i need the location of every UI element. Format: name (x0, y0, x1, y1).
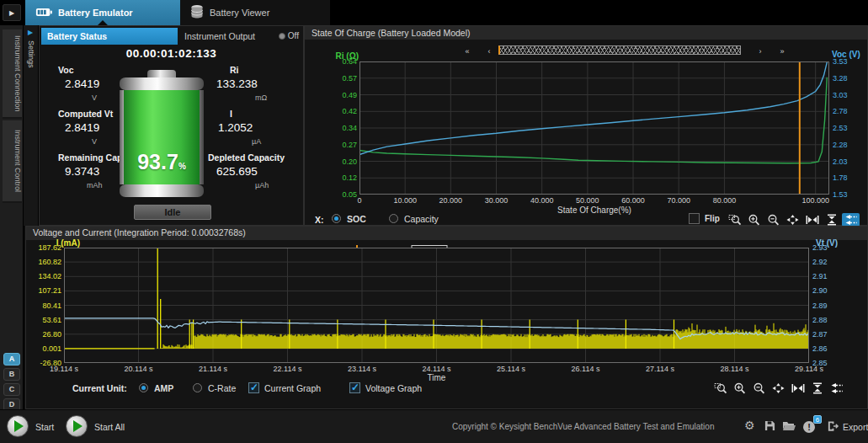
top-tab-bar: ▶ Battery Emulator Battery Viewer (0, 0, 868, 25)
expand-icon[interactable] (769, 382, 787, 395)
save-icon[interactable] (764, 420, 775, 434)
amp-radio[interactable] (139, 383, 148, 392)
current-graph-checkbox[interactable] (248, 382, 259, 393)
tab-battery-emulator[interactable]: Battery Emulator (25, 0, 180, 25)
axis-tick-label: 23.114 s (337, 365, 387, 373)
left-sidebar: Instrument Connection Instrument Control (0, 25, 24, 409)
voltage-graph-label[interactable]: Voltage Graph (365, 383, 422, 393)
battery-status-panel: Battery Status Instrument Output Off 00.… (39, 25, 304, 226)
sidebar-item-instrument-connection[interactable]: Instrument Connection (3, 29, 22, 119)
voc-unit: V (92, 93, 97, 102)
fit-horizontal-icon[interactable] (789, 382, 807, 395)
soc-chart-plot[interactable] (359, 61, 829, 195)
vi-x-axis-ticks: 19.114 s20.114 s21.114 s22.114 s23.114 s… (64, 365, 809, 373)
soc-controls-row: X: SOC Capacity Flip (305, 212, 867, 227)
soc-chart-toolbar (724, 212, 860, 227)
axis-tick-label: 10.000 (380, 196, 430, 205)
instrument-output-toggle[interactable]: Off (279, 28, 299, 45)
ri-unit: mΩ (255, 93, 267, 102)
axis-tick-label: 2.53 (833, 124, 866, 132)
axis-tick-label: 29.114 s (784, 365, 834, 373)
region-zoom-icon[interactable] (726, 213, 743, 227)
battery-status-header[interactable]: Battery Status (41, 28, 178, 45)
axis-tick-label: 2.91 (812, 272, 846, 280)
fit-horizontal-icon[interactable] (803, 213, 821, 227)
scroll-far-right-button[interactable]: » (776, 47, 788, 56)
channel-c-button[interactable]: C (3, 383, 20, 396)
scroll-left-button[interactable]: ‹ (483, 47, 495, 56)
axis-tick-label: 0.49 (322, 91, 357, 99)
axis-tick-label: 27.114 s (635, 365, 685, 373)
region-zoom-icon[interactable] (711, 382, 729, 395)
autoscale-icon[interactable] (842, 213, 860, 227)
capacity-radio-label[interactable]: Capacity (404, 214, 439, 224)
current-graph-label[interactable]: Current Graph (264, 383, 321, 393)
scroll-right-button[interactable]: › (754, 47, 766, 56)
fit-vertical-icon[interactable] (808, 382, 826, 395)
axis-tick-label: 187.62 (26, 243, 61, 252)
tab-battery-viewer[interactable]: Battery Viewer (180, 0, 330, 25)
soc-radio-label[interactable]: SOC (347, 214, 366, 224)
axis-tick-label: 0.001 (26, 344, 61, 353)
export-icon[interactable] (827, 420, 839, 435)
axis-tick-label: 160.82 (26, 258, 61, 266)
start-all-button-label[interactable]: Start All (94, 410, 125, 443)
axis-tick-label: 2.90 (812, 286, 846, 295)
soc-x-axis-ticks: 010.00020.00030.00040.00050.00060.00070.… (359, 196, 829, 205)
axis-tick-label: 80.41 (26, 302, 61, 310)
zoom-in-icon[interactable] (745, 213, 763, 227)
zoom-out-icon[interactable] (750, 382, 768, 395)
battery-icon (35, 8, 52, 19)
c-rate-radio[interactable] (193, 383, 202, 392)
amp-radio-label[interactable]: AMP (154, 383, 173, 393)
current-unit: µA (252, 137, 261, 146)
zoom-in-icon[interactable] (731, 382, 748, 395)
capacity-radio[interactable] (389, 214, 398, 223)
axis-tick-label: 0.42 (322, 107, 357, 115)
settings-tab[interactable]: Settings (27, 40, 35, 68)
axis-tick-label: 107.21 (26, 286, 61, 295)
computed-vt-unit: V (92, 137, 97, 146)
axis-tick-label: 2.28 (833, 141, 866, 149)
zoom-out-icon[interactable] (764, 213, 782, 227)
start-all-button[interactable] (66, 415, 88, 437)
soc-chart-panel: State Of Charge (Battery Loaded Model) «… (304, 25, 868, 226)
channel-b-button[interactable]: B (3, 368, 20, 381)
axis-tick-label: 2.86 (812, 344, 846, 353)
c-rate-radio-label[interactable]: C-Rate (208, 383, 236, 393)
ri-label: Ri (230, 65, 239, 75)
error-alert-icon[interactable]: !6 (803, 420, 815, 433)
voc-label: Voc (58, 65, 73, 75)
settings-expand-icon[interactable]: ▶ (28, 29, 33, 36)
expand-icon[interactable] (784, 213, 801, 227)
open-folder-icon[interactable] (782, 420, 796, 434)
chart-navigator-scrollbar[interactable] (498, 45, 741, 55)
depleted-capacity-unit: µAh (255, 181, 269, 189)
flip-checkbox[interactable] (689, 213, 700, 224)
remaining-capacity-unit: mAh (87, 181, 103, 189)
current-unit-label: Current Unit: (72, 383, 127, 393)
channel-a-button[interactable]: A (3, 353, 20, 366)
soc-right-axis-ticks: 3.533.283.032.782.532.282.031.781.53 (833, 61, 866, 195)
flip-checkbox-label[interactable]: Flip (705, 214, 720, 223)
current-label: I (230, 109, 232, 119)
axis-tick-label: 0.34 (322, 124, 357, 132)
axis-tick-label: 24.114 s (412, 365, 462, 373)
axis-tick-label: 22.114 s (263, 365, 313, 373)
export-label[interactable]: Export (843, 410, 868, 443)
sidebar-item-instrument-control[interactable]: Instrument Control (3, 120, 22, 203)
start-button[interactable] (7, 415, 29, 437)
vi-chart-plot[interactable] (64, 248, 809, 363)
battery-top-cap (120, 77, 204, 90)
voltage-graph-checkbox[interactable] (349, 382, 360, 393)
run-state-button[interactable]: Idle (134, 205, 211, 220)
soc-chart-title: State Of Charge (Battery Loaded Model) (305, 26, 867, 40)
start-button-label[interactable]: Start (35, 410, 54, 443)
settings-gear-icon[interactable]: ⚙ (744, 419, 755, 432)
scroll-far-left-button[interactable]: « (461, 47, 473, 56)
autoscale-icon[interactable] (828, 382, 845, 395)
soc-radio[interactable] (332, 214, 341, 223)
fit-vertical-icon[interactable] (823, 213, 840, 227)
output-state-label: Off (288, 28, 299, 45)
panel-expander-button[interactable]: ▶ (3, 4, 21, 21)
